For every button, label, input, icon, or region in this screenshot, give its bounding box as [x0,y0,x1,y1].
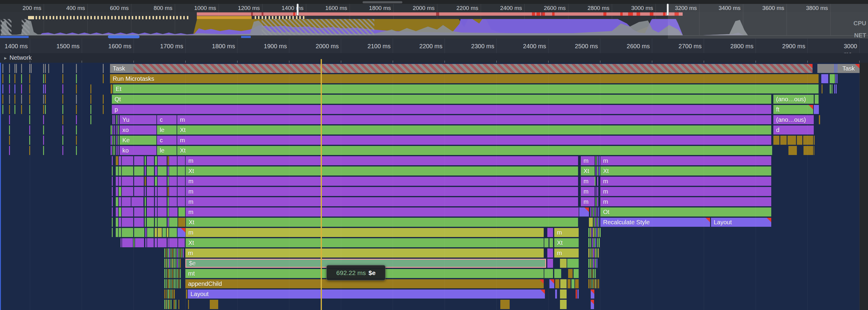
flame-bar-m[interactable]: m [600,197,771,206]
flame-bar[interactable] [834,64,835,73]
flame-bar[interactable] [169,197,177,206]
flame-bar[interactable] [595,197,596,206]
flame-bar[interactable] [188,300,189,309]
flame-bar[interactable] [599,166,600,175]
flame-bar[interactable] [147,238,154,247]
flame-bar[interactable] [834,84,835,93]
flame-bar[interactable] [21,74,22,83]
flame-bar[interactable] [819,115,820,124]
flame-bar[interactable] [554,269,561,278]
flame-bar[interactable] [595,249,596,257]
flame-bar[interactable] [2,95,3,104]
flame-bar[interactable] [119,218,121,227]
flame-bar[interactable] [76,125,77,135]
flame-bar-ko[interactable]: ko [120,146,156,155]
flame-bar-runmicrotasks[interactable]: Run Microtasks [110,74,818,83]
flame-bar[interactable] [147,207,154,217]
flame-bar[interactable] [76,95,77,104]
flame-bar[interactable] [595,177,595,186]
flame-bar[interactable] [169,207,178,217]
flame-bar[interactable] [169,300,170,309]
flame-bar-m[interactable]: m [581,177,595,186]
flame-bar[interactable] [158,166,167,175]
flame-bar[interactable] [158,228,162,237]
flame-bar-m[interactable]: m [177,136,771,145]
flame-bar-m[interactable]: m [186,228,544,237]
flame-bar[interactable] [43,136,44,145]
flame-bar[interactable] [103,95,104,104]
flame-bar[interactable] [170,300,172,309]
flame-bar[interactable] [595,187,596,196]
flame-bar[interactable] [48,64,49,73]
flame-bar[interactable] [43,95,44,104]
flame-bar[interactable] [815,95,818,104]
flame-bar[interactable] [133,64,812,73]
flame-bar[interactable] [166,279,167,288]
flame-bar-yu[interactable]: Yu [120,115,156,124]
flame-bar[interactable] [62,105,63,114]
flame-bar[interactable] [181,249,182,257]
flame-bar[interactable] [589,218,593,227]
flame-bar-xt[interactable]: Xt [186,238,544,247]
flame-bar[interactable] [147,177,154,186]
flame-bar[interactable] [167,166,169,175]
flame-bar[interactable] [592,238,593,247]
flame-bar[interactable] [596,207,597,217]
flame-bar-c[interactable]: c [157,136,177,145]
flame-bar[interactable] [155,177,157,186]
flame-bar[interactable] [595,269,596,278]
flame-bar[interactable] [186,289,187,299]
flame-bar[interactable] [170,259,172,268]
flame-bar[interactable] [116,136,117,145]
flame-bar[interactable] [174,249,175,257]
flame-bar[interactable] [176,249,176,257]
flame-bar[interactable] [43,105,44,114]
flame-bar[interactable] [21,105,22,114]
flame-bar[interactable] [113,136,113,145]
flame-bar[interactable] [116,156,118,165]
flame-bar[interactable] [169,187,177,196]
flame-bar[interactable] [178,228,185,237]
flame-bar[interactable] [164,300,165,309]
flame-bar[interactable] [593,249,594,257]
flame-bar[interactable] [158,207,167,217]
flame-bar[interactable] [9,115,10,124]
flame-bar[interactable] [145,187,146,196]
flame-bar[interactable] [593,228,594,237]
flame-bar[interactable] [43,84,44,93]
flame-bar[interactable] [131,197,144,206]
flame-bar[interactable] [567,279,570,288]
flame-bar[interactable] [145,228,147,237]
flame-bar[interactable] [122,166,133,175]
flame-bar[interactable] [2,105,3,114]
flame-bar[interactable] [147,166,154,175]
flame-bar[interactable] [111,136,112,145]
flame-bar[interactable] [103,74,104,83]
flame-bar[interactable] [169,269,170,278]
flame-bar[interactable] [43,146,44,155]
flame-bar[interactable] [76,64,77,73]
flame-bar-xo[interactable]: xo [120,125,156,135]
flame-bar[interactable] [592,269,592,278]
flame-bar[interactable] [588,238,590,247]
flame-bar[interactable] [112,207,113,217]
flame-bar[interactable] [593,269,594,278]
flame-bar[interactable] [134,166,144,175]
flame-bar[interactable] [590,269,591,278]
flame-bar[interactable] [588,249,590,257]
flame-bar[interactable] [116,187,118,196]
flame-bar[interactable] [114,115,115,124]
flame-bar[interactable] [598,218,599,227]
flame-bar[interactable] [590,279,591,288]
flame-bar[interactable] [134,228,144,237]
flame-bar[interactable] [174,289,175,299]
flame-bar[interactable] [574,269,579,278]
flame-bar[interactable] [575,279,579,288]
flame-bar[interactable] [803,136,813,145]
flame-bar[interactable] [76,136,77,145]
flame-bar-task[interactable]: Task [110,64,133,73]
flame-bar[interactable] [167,238,169,247]
flame-bar[interactable] [560,279,567,288]
flame-bar[interactable] [804,146,813,155]
flame-bar[interactable] [183,249,184,257]
